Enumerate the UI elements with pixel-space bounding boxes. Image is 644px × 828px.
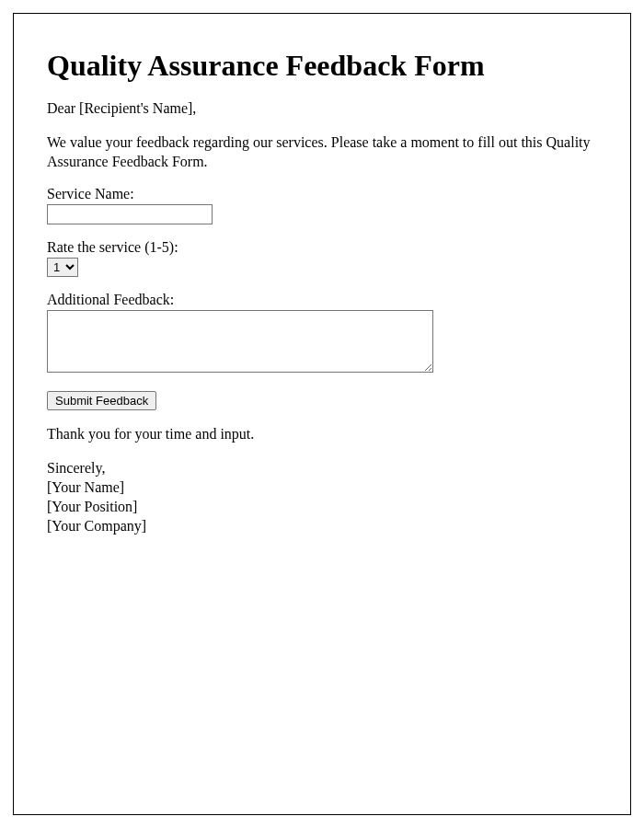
greeting: Dear [Recipient's Name], <box>47 99 597 119</box>
signoff-block: Sincerely, [Your Name] [Your Position] [… <box>47 459 597 535</box>
feedback-textarea[interactable] <box>47 310 433 373</box>
signoff-position: [Your Position] <box>47 498 597 517</box>
page-title: Quality Assurance Feedback Form <box>47 49 597 83</box>
service-name-input[interactable] <box>47 204 213 224</box>
signoff-name: [Your Name] <box>47 478 597 498</box>
rating-field: Rate the service (1-5): 12345 <box>47 239 597 277</box>
thanks-text: Thank you for your time and input. <box>47 425 597 444</box>
submit-button[interactable]: Submit Feedback <box>47 391 156 410</box>
signoff-sincerely: Sincerely, <box>47 459 597 478</box>
service-name-label: Service Name: <box>47 186 597 202</box>
feedback-label: Additional Feedback: <box>47 292 597 308</box>
intro-text: We value your feedback regarding our ser… <box>47 133 597 172</box>
form-page: Quality Assurance Feedback Form Dear [Re… <box>13 13 631 815</box>
feedback-field: Additional Feedback: <box>47 292 597 376</box>
signoff-company: [Your Company] <box>47 517 597 536</box>
rating-label: Rate the service (1-5): <box>47 239 597 256</box>
service-name-field: Service Name: <box>47 186 597 224</box>
rating-select[interactable]: 12345 <box>47 258 78 277</box>
